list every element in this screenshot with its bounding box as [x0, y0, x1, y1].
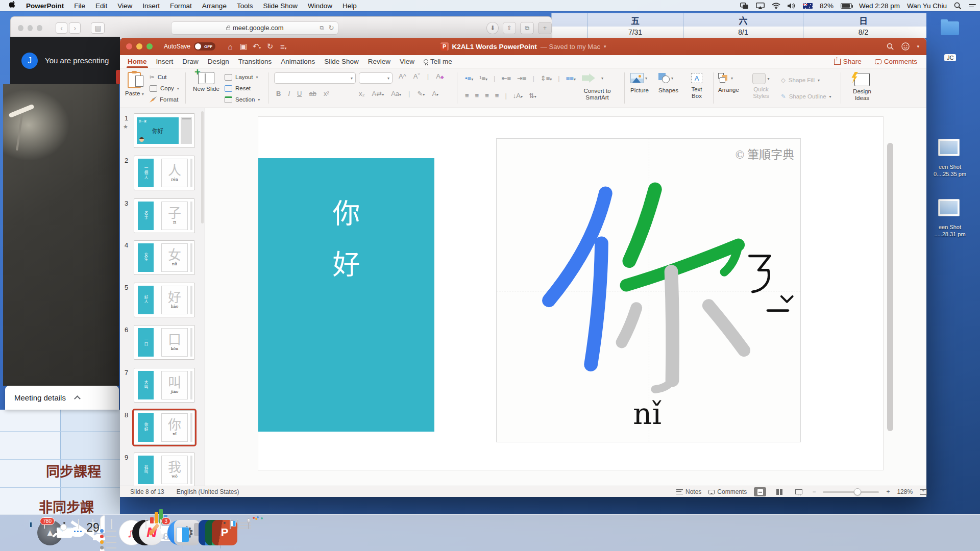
strikethrough-button[interactable]: ab: [309, 90, 316, 97]
numbering-button[interactable]: ¹≡▾: [479, 74, 487, 82]
wifi-icon[interactable]: [772, 3, 780, 9]
shape-outline-button[interactable]: ✎Shape Outline ▾: [781, 91, 831, 102]
shapes-button[interactable]: ▾ Shapes: [658, 73, 678, 93]
spotlight-search-icon[interactable]: [954, 2, 962, 10]
indent-decrease-button[interactable]: ⇤≡: [501, 74, 510, 82]
tab-review[interactable]: Review: [363, 55, 395, 68]
safari-address-bar[interactable]: meet.google.com ⧉ ↻: [171, 21, 338, 35]
home-icon[interactable]: ⌂: [224, 42, 237, 51]
align-left-button[interactable]: ≡: [465, 92, 469, 99]
desktop-folder-icon[interactable]: [941, 21, 959, 35]
menu-file[interactable]: File: [69, 2, 90, 10]
tab-overview-icon[interactable]: ⧉: [320, 24, 324, 31]
superscript-button[interactable]: x²: [324, 90, 329, 97]
language-indicator[interactable]: English (United States): [177, 488, 239, 495]
dock-pages-icon[interactable]: [160, 520, 161, 529]
share-button[interactable]: Share: [834, 58, 862, 65]
reset-button[interactable]: Reset: [225, 83, 251, 94]
tab-animations[interactable]: Animations: [276, 55, 320, 68]
comments-button[interactable]: Comments: [875, 58, 917, 65]
zoom-slider-knob[interactable]: [854, 488, 861, 495]
screen-mirroring-icon[interactable]: [740, 3, 749, 9]
slide-sorter-view-button[interactable]: [773, 487, 786, 496]
redo-icon[interactable]: ↻: [263, 42, 277, 51]
safari-back-button[interactable]: ‹: [56, 22, 67, 34]
underline-button[interactable]: U: [297, 90, 302, 97]
layout-button[interactable]: Layout ▾: [225, 71, 258, 83]
ppt-search-icon[interactable]: [887, 43, 894, 51]
fit-to-window-icon[interactable]: [920, 489, 927, 495]
screenshot-file-icon[interactable]: [938, 199, 960, 216]
notes-button[interactable]: Notes: [676, 488, 701, 495]
battery-icon[interactable]: [841, 3, 852, 9]
text-box-button[interactable]: A Text Box: [685, 73, 708, 99]
columns-button[interactable]: ≡≡▾: [566, 74, 576, 82]
customize-toolbar-icon[interactable]: ≡▾: [277, 42, 290, 51]
autosave-toggle[interactable]: OFF: [194, 42, 215, 51]
font-grow-shrink[interactable]: A^Aˇ|A◆: [399, 72, 444, 84]
change-case-button[interactable]: Aa▾: [391, 90, 401, 97]
align-center-button[interactable]: ≡: [475, 92, 479, 99]
menu-edit[interactable]: Edit: [90, 2, 112, 10]
window-minimize-button[interactable]: [136, 43, 142, 49]
safari-new-tab-button[interactable]: +: [538, 22, 552, 34]
cut-button[interactable]: ✂Cut: [150, 71, 167, 83]
menubar-clock[interactable]: Wed 2:28 pm: [859, 2, 900, 10]
align-text-button[interactable]: ⇅▾: [529, 92, 536, 99]
meet-stop-presenting-button[interactable]: [116, 70, 120, 84]
safari-zoom-button[interactable]: [37, 25, 42, 31]
account-smiley-icon[interactable]: [901, 42, 910, 51]
safari-close-button[interactable]: [18, 25, 23, 31]
section-button[interactable]: Section ▾: [225, 94, 260, 105]
account-chevron-icon[interactable]: ▾: [917, 44, 919, 49]
menu-slide-show[interactable]: Slide Show: [258, 2, 303, 10]
convert-smartart-label[interactable]: Convert to SmartArt: [574, 88, 620, 101]
screenshot-file-icon[interactable]: [938, 139, 960, 156]
dock-finder-icon[interactable]: [30, 520, 31, 529]
font-color-button[interactable]: A▾: [432, 90, 438, 97]
text-direction-button[interactable]: ↓A▾: [513, 92, 523, 99]
line-spacing-button[interactable]: ⇕≡▾: [541, 74, 552, 82]
notification-center-icon[interactable]: [969, 4, 976, 7]
copy-button[interactable]: Copy ▾: [150, 83, 179, 94]
menu-window[interactable]: Window: [303, 2, 337, 10]
thumbnail-slide-3[interactable]: 3 名字 子zi: [120, 198, 205, 233]
design-ideas-button[interactable]: Design Ideas: [849, 73, 875, 102]
menubar-user[interactable]: Wan Yu Chiu: [907, 2, 947, 10]
bullets-button[interactable]: •≡▾: [465, 74, 473, 82]
stroke-order-image[interactable]: © 筆順字典: [496, 138, 801, 442]
canvas-scrollbar[interactable]: [887, 143, 893, 431]
dock-trash-icon[interactable]: [248, 520, 249, 529]
dock-photos-icon[interactable]: [78, 520, 79, 529]
safari-download-button[interactable]: ⬇: [486, 22, 498, 34]
dock-numbers-icon[interactable]: [145, 520, 146, 529]
thumbnail-slide-1[interactable]: 1 ★ 第一課 你好: [120, 113, 205, 148]
tell-me-button[interactable]: Tell me: [419, 55, 457, 68]
save-icon[interactable]: ▣: [237, 42, 250, 51]
thumbnail-slide-2[interactable]: 2 一個人 人rén: [120, 156, 205, 190]
char-spacing-button[interactable]: A⇄▾: [372, 90, 384, 97]
thumbnail-panel-scrollbar[interactable]: [201, 111, 204, 223]
dock-minimized-document-window[interactable]: [237, 520, 238, 529]
menu-arrange[interactable]: Arrange: [197, 2, 232, 10]
apple-menu-icon[interactable]: [0, 1, 21, 11]
desktop-folder-label[interactable]: JC: [944, 54, 956, 61]
font-name-field[interactable]: ▾: [274, 72, 356, 84]
reload-icon[interactable]: ↻: [328, 24, 334, 32]
airplay-icon[interactable]: [756, 3, 765, 9]
subscript-button[interactable]: x₂: [359, 90, 365, 97]
picture-button[interactable]: ▾ Picture: [630, 73, 649, 93]
slide-title-text-box[interactable]: 你 好: [258, 158, 434, 432]
tab-transitions[interactable]: Transitions: [234, 55, 277, 68]
align-right-button[interactable]: ≡: [485, 92, 489, 99]
undo-icon[interactable]: ↶▾: [250, 42, 263, 51]
zoom-out-button[interactable]: −: [812, 488, 816, 495]
window-close-button[interactable]: [126, 43, 132, 49]
status-comments-button[interactable]: Comments: [708, 488, 747, 495]
meeting-details-button[interactable]: Meeting details: [5, 386, 119, 410]
format-painter-button[interactable]: Format: [150, 94, 178, 105]
thumbnail-slide-8-selected[interactable]: 8 你好 你nǐ: [120, 410, 205, 445]
italic-button[interactable]: I: [288, 90, 290, 97]
thumbnail-slide-4[interactable]: 4 女生 女nǚ: [120, 240, 205, 275]
quick-styles-button[interactable]: ▾ Quick Styles: [749, 73, 773, 99]
